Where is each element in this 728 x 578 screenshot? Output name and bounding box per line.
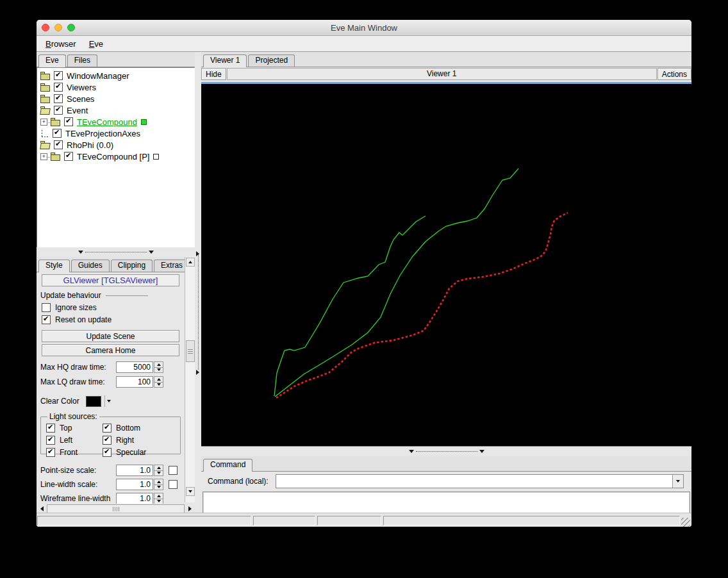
tab-eve[interactable]: Eve (38, 54, 66, 67)
reset-on-update-checkbox[interactable]: Reset on update (42, 315, 185, 324)
spin-up-button[interactable] (154, 376, 163, 383)
gl-canvas[interactable] (201, 84, 689, 446)
gl-viewport[interactable] (201, 82, 691, 447)
point-size-input[interactable]: 1.0 (116, 465, 153, 476)
spin-up-button[interactable] (154, 493, 163, 499)
checkbox-icon[interactable] (54, 94, 63, 103)
spin-down-button[interactable] (154, 485, 163, 491)
actions-button[interactable]: Actions (658, 68, 691, 80)
expand-plus-icon[interactable]: + (40, 153, 47, 160)
glviewer-name-button[interactable]: GLViewer [TGLSAViewer] (42, 274, 179, 286)
tree-item-label[interactable]: TEveProjectionAxes (65, 129, 140, 138)
viewer-titlebar[interactable]: Viewer 1 (227, 68, 657, 80)
tab-clipping[interactable]: Clipping (111, 260, 153, 272)
checkbox-icon[interactable] (103, 436, 112, 445)
tree-item-event[interactable]: Event (37, 104, 194, 116)
checkbox-icon[interactable] (54, 71, 63, 80)
scroll-down-button[interactable] (186, 487, 195, 496)
tree-item-label[interactable]: Scenes (67, 94, 94, 104)
tree-item-label[interactable]: RhoPhi (0.0) (67, 140, 113, 150)
hide-button[interactable]: Hide (201, 68, 226, 80)
checkbox-icon[interactable] (64, 117, 73, 126)
light-front-checkbox[interactable]: Front (46, 448, 103, 457)
wireframe-spinner[interactable] (154, 493, 163, 504)
light-bottom-checkbox[interactable]: Bottom (103, 424, 167, 433)
close-button[interactable] (42, 24, 49, 31)
tree-item-windowmanager[interactable]: WindowManager (37, 70, 194, 81)
spin-down-button[interactable] (154, 471, 163, 477)
checkbox-icon[interactable] (54, 140, 63, 149)
light-specular-checkbox[interactable]: Specular (103, 448, 167, 457)
checkbox-icon[interactable] (53, 129, 62, 138)
ignore-sizes-checkbox[interactable]: Ignore sizes (42, 302, 185, 312)
spin-up-button[interactable] (154, 361, 163, 368)
tab-files[interactable]: Files (67, 54, 97, 67)
spin-down-button[interactable] (154, 383, 163, 388)
line-width-input[interactable]: 1.0 (116, 479, 153, 490)
spin-up-button[interactable] (154, 479, 163, 485)
tab-viewer-1[interactable]: Viewer 1 (203, 54, 247, 67)
light-top-checkbox[interactable]: Top (46, 424, 103, 433)
max-lq-spinner[interactable] (154, 376, 163, 388)
checkbox-icon[interactable] (54, 83, 63, 92)
scroll-up-button[interactable] (186, 258, 195, 267)
line-width-spinner[interactable] (154, 479, 163, 490)
tree-item-viewers[interactable]: Viewers (37, 81, 194, 93)
checkbox-icon[interactable] (64, 152, 73, 161)
line-width-checkbox[interactable] (169, 480, 178, 489)
max-hq-spinner[interactable] (154, 361, 163, 373)
spin-down-button[interactable] (154, 499, 163, 504)
checkbox-icon[interactable] (54, 106, 63, 115)
spin-up-button[interactable] (154, 465, 163, 471)
tree-style-splitter[interactable] (37, 247, 195, 257)
menu-browser[interactable]: Browser (40, 38, 81, 50)
tree-item-rhophi-0-0[interactable]: RhoPhi (0.0) (37, 139, 194, 151)
scroll-left-button[interactable] (38, 505, 46, 513)
point-size-checkbox[interactable] (169, 466, 178, 475)
command-output[interactable] (203, 491, 690, 515)
max-lq-input[interactable]: 100 (116, 376, 153, 388)
checkbox-icon[interactable] (42, 303, 51, 312)
checkbox-icon[interactable] (46, 424, 55, 433)
tree-item-label[interactable]: WindowManager (67, 71, 129, 81)
command-dropdown-button[interactable] (672, 475, 683, 488)
checkbox-icon[interactable] (46, 436, 55, 445)
panel-splitter[interactable] (195, 52, 201, 513)
point-size-spinner[interactable] (154, 465, 163, 476)
spin-down-button[interactable] (154, 368, 163, 374)
tree-item-label[interactable]: Viewers (67, 83, 96, 92)
checkbox-icon[interactable] (46, 448, 55, 457)
camera-home-button[interactable]: Camera Home (42, 344, 179, 356)
tree-item-tevecompound[interactable]: +TEveCompound (37, 116, 194, 128)
minimize-button[interactable] (54, 24, 62, 31)
light-right-checkbox[interactable]: Right (103, 436, 167, 445)
style-scrollbar[interactable] (185, 257, 195, 502)
tab-guides[interactable]: Guides (71, 260, 110, 272)
update-scene-button[interactable]: Update Scene (42, 330, 179, 342)
titlebar[interactable]: Eve Main Window (37, 20, 691, 36)
command-combobox[interactable] (276, 474, 684, 488)
tab-projected[interactable]: Projected (248, 54, 295, 67)
max-hq-input[interactable]: 5000 (116, 361, 153, 373)
checkbox-icon[interactable] (103, 448, 112, 457)
expand-plus-icon[interactable]: + (40, 119, 47, 126)
tab-style[interactable]: Style (38, 260, 70, 272)
scrollbar-thumb[interactable] (186, 340, 195, 362)
tab-command[interactable]: Command (203, 459, 252, 472)
color-dropdown-arrow-icon[interactable] (107, 400, 111, 402)
checkbox-icon[interactable] (103, 424, 112, 433)
tree-item-tevecompound-p[interactable]: +TEveCompound [P] (37, 151, 194, 162)
tree-item-label[interactable]: TEveCompound [P] (77, 152, 149, 161)
tree-item-label[interactable]: Event (67, 106, 88, 115)
light-left-checkbox[interactable]: Left (46, 436, 103, 445)
clear-color-swatch[interactable] (86, 396, 101, 407)
tree-item-teveprojectionaxes[interactable]: TEveProjectionAxes (37, 128, 194, 139)
command-input[interactable] (276, 475, 672, 488)
tree-item-scenes[interactable]: Scenes (37, 93, 194, 104)
zoom-button[interactable] (67, 24, 75, 31)
scroll-right-button[interactable] (186, 505, 194, 513)
wireframe-input[interactable]: 1.0 (116, 493, 153, 504)
menu-eve[interactable]: Eve (84, 38, 108, 50)
viewer-command-splitter[interactable] (201, 447, 691, 456)
tree-item-label[interactable]: TEveCompound (77, 117, 137, 127)
